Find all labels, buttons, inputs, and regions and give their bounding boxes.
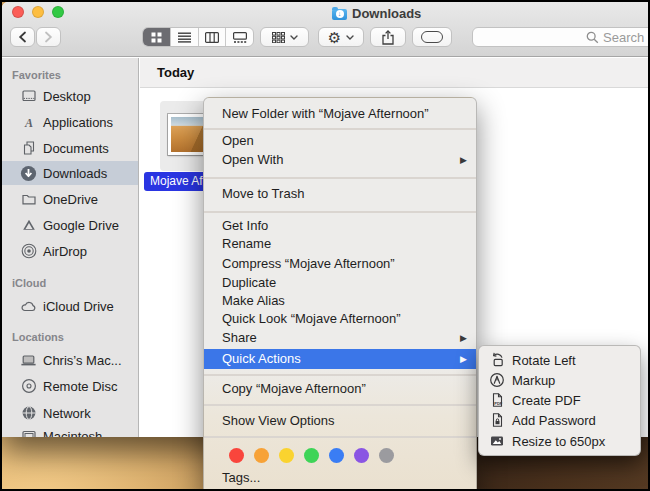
menu-item-copy[interactable]: Copy “Mojave Afternoon” <box>204 380 476 398</box>
add-password-icon <box>489 412 505 428</box>
documents-icon <box>20 140 37 157</box>
sidebar-item-label: OneDrive <box>43 192 98 207</box>
tag-color-row <box>229 448 394 463</box>
sidebar-item-network[interactable]: Network <box>2 401 139 425</box>
sidebar-item-desktop[interactable]: Desktop <box>2 84 139 108</box>
zoom-button[interactable] <box>52 6 64 18</box>
menu-separator <box>204 177 476 179</box>
menu-separator <box>204 211 476 213</box>
menu-separator <box>204 374 476 376</box>
group-header: Today <box>157 58 194 87</box>
close-button[interactable] <box>12 6 24 18</box>
tag-color-red[interactable] <box>229 448 244 463</box>
menu-item-tags[interactable]: Tags... <box>204 469 476 487</box>
sidebar-item-label: iCloud Drive <box>43 299 114 314</box>
submenu-arrow-icon: ▶ <box>460 151 467 169</box>
list-view-button[interactable] <box>171 28 199 46</box>
menu-item-move-to-trash[interactable]: Move to Trash <box>204 185 476 203</box>
menu-item-duplicate[interactable]: Duplicate <box>204 274 476 292</box>
submenu-arrow-icon: ▶ <box>460 349 467 369</box>
network-globe-icon <box>20 405 37 422</box>
menu-item-make-alias[interactable]: Make Alias <box>204 292 476 310</box>
sidebar-item-label: Documents <box>43 141 109 156</box>
sidebar-item-applications[interactable]: A Applications <box>2 110 139 134</box>
menu-separator <box>204 436 476 438</box>
column-view-icon <box>205 32 219 43</box>
sidebar-section-locations: Locations <box>12 329 64 345</box>
menu-item-share[interactable]: Share▶ <box>204 329 476 347</box>
rotate-left-icon <box>489 352 505 368</box>
context-menu: New Folder with “Mojave Afternoon” Open … <box>203 97 477 491</box>
sidebar-item-remote-disc[interactable]: Remote Disc <box>2 374 139 398</box>
chevron-right-icon <box>44 31 53 43</box>
sidebar-item-label: Desktop <box>43 89 91 104</box>
applications-icon: A <box>20 114 37 131</box>
minimize-button[interactable] <box>32 6 44 18</box>
tag-color-gray[interactable] <box>379 448 394 463</box>
tag-icon <box>421 31 443 43</box>
sidebar-item-google-drive[interactable]: Google Drive <box>2 213 139 237</box>
menu-separator <box>204 128 476 130</box>
group-button[interactable] <box>260 27 309 47</box>
quick-actions-submenu: Rotate Left Markup PDF Create PDF Add Pa… <box>478 345 641 456</box>
sidebar-item-label: Google Drive <box>43 218 119 233</box>
sidebar-item-label: Macintosh <box>43 429 102 438</box>
back-button[interactable] <box>10 27 35 47</box>
submenu-item-create-pdf[interactable]: PDF Create PDF <box>479 390 640 410</box>
menu-item-compress[interactable]: Compress “Mojave Afternoon” <box>204 255 476 273</box>
forward-button[interactable] <box>36 27 61 47</box>
submenu-item-rotate-left[interactable]: Rotate Left <box>479 350 640 370</box>
window-title: Downloads <box>352 6 421 21</box>
tag-color-orange[interactable] <box>254 448 269 463</box>
submenu-item-label: Markup <box>512 373 555 388</box>
submenu-item-add-password[interactable]: Add Password <box>479 410 640 430</box>
sidebar-item-airdrop[interactable]: AirDrop <box>2 239 139 263</box>
tag-color-purple[interactable] <box>354 448 369 463</box>
hard-drive-icon <box>20 428 37 438</box>
menu-item-show-view-options[interactable]: Show View Options <box>204 412 476 430</box>
sidebar-item-mac[interactable]: Chris’s Mac... <box>2 348 139 372</box>
menu-item-quick-actions[interactable]: Quick Actions▶ <box>204 349 476 369</box>
submenu-item-markup[interactable]: Markup <box>479 370 640 390</box>
column-view-button[interactable] <box>199 28 227 46</box>
desktop-icon <box>20 88 37 105</box>
menu-item-open-with[interactable]: Open With▶ <box>204 151 476 169</box>
sidebar-item-documents[interactable]: Documents <box>2 136 139 160</box>
tag-color-yellow[interactable] <box>279 448 294 463</box>
window-title-area: ↓ Downloads <box>332 5 421 21</box>
submenu-item-resize[interactable]: Resize to 650px <box>479 431 640 451</box>
search-field[interactable] <box>472 27 650 47</box>
submenu-item-label: Rotate Left <box>512 353 576 368</box>
menu-separator <box>204 404 476 406</box>
icon-view-button[interactable] <box>143 28 171 46</box>
action-menu-button[interactable]: ⚙ <box>318 27 364 47</box>
menu-item-new-folder-with[interactable]: New Folder with “Mojave Afternoon” <box>204 105 476 123</box>
sidebar-item-icloud-drive[interactable]: iCloud Drive <box>2 294 139 318</box>
group-header-bar: Today <box>140 58 650 88</box>
edit-tags-button[interactable] <box>412 27 452 47</box>
airdrop-icon <box>20 243 37 260</box>
downloads-icon <box>20 165 37 182</box>
sidebar: Favorites Desktop A Applications Documen… <box>2 58 139 437</box>
svg-text:PDF: PDF <box>494 401 503 406</box>
sidebar-item-downloads[interactable]: Downloads <box>2 161 139 185</box>
grid-view-icon <box>151 32 162 43</box>
tag-color-green[interactable] <box>304 448 319 463</box>
sidebar-section-icloud: iCloud <box>12 275 46 291</box>
sidebar-item-macintosh[interactable]: Macintosh <box>2 424 139 437</box>
menu-item-open[interactable]: Open <box>204 132 476 150</box>
icloud-drive-icon <box>20 298 37 315</box>
share-button[interactable] <box>370 27 406 47</box>
menu-item-quick-look[interactable]: Quick Look “Mojave Afternoon” <box>204 310 476 328</box>
search-input[interactable] <box>472 27 650 47</box>
chevron-down-icon <box>346 35 354 40</box>
group-by-icon <box>272 32 285 43</box>
tag-color-blue[interactable] <box>329 448 344 463</box>
menu-item-rename[interactable]: Rename <box>204 235 476 253</box>
gallery-view-button[interactable] <box>226 28 253 46</box>
submenu-item-label: Create PDF <box>512 393 581 408</box>
remote-disc-icon <box>20 378 37 395</box>
sidebar-item-label: Chris’s Mac... <box>43 353 122 368</box>
sidebar-item-onedrive[interactable]: OneDrive <box>2 187 139 211</box>
menu-item-get-info[interactable]: Get Info <box>204 217 476 235</box>
